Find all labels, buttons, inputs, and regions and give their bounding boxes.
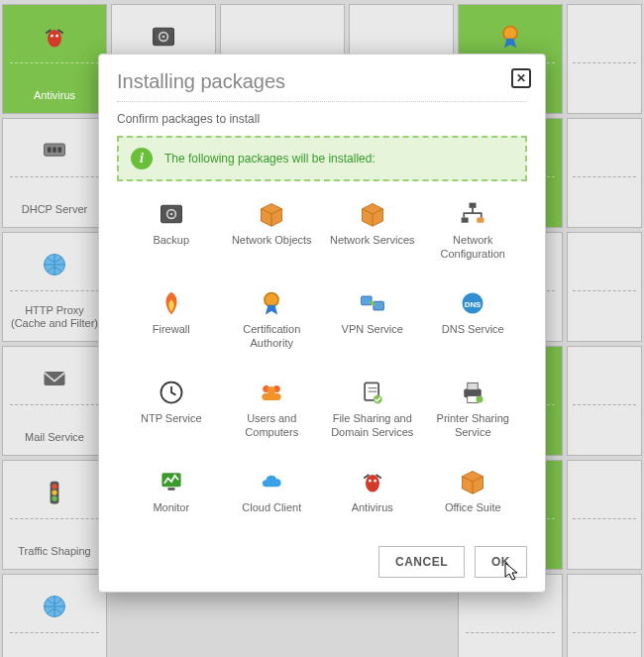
box-icon [358, 199, 387, 229]
dns-icon: DNS [458, 288, 487, 318]
package-label: Network Configuration [423, 234, 524, 262]
package-item[interactable]: Monitor [121, 467, 222, 530]
package-label: NTP Service [141, 412, 202, 426]
printer-icon [458, 378, 487, 407]
package-item[interactable]: VPN Service [322, 288, 423, 352]
info-message: The following packages will be installed… [164, 152, 376, 165]
svg-rect-29 [478, 218, 484, 223]
package-label: Monitor [153, 501, 189, 515]
box-icon [458, 467, 487, 496]
package-item[interactable]: NTP Service [121, 378, 222, 441]
monitor-icon [157, 467, 186, 496]
package-label: Backup [153, 234, 189, 248]
svg-rect-27 [470, 203, 477, 208]
package-label: Office Suite [445, 501, 501, 515]
svg-point-26 [169, 213, 172, 216]
package-label: Firewall [153, 323, 190, 337]
svg-point-45 [477, 396, 483, 403]
netconf-icon [458, 199, 487, 229]
svg-point-48 [366, 475, 379, 493]
package-label: Users and Computers [222, 412, 323, 440]
package-item[interactable]: Network Configuration [423, 199, 524, 263]
package-label: File Sharing and Domain Services [322, 412, 423, 440]
cloud-icon [257, 467, 286, 496]
vpn-icon [358, 288, 387, 318]
package-label: Certification Authority [222, 323, 323, 351]
package-item[interactable]: Users and Computers [222, 378, 323, 441]
svg-rect-43 [468, 383, 479, 389]
package-label: Cloud Client [242, 501, 301, 515]
package-item[interactable]: Network Services [322, 199, 423, 263]
svg-rect-47 [167, 488, 174, 491]
package-label: Antivirus [352, 501, 393, 515]
svg-text:DNS: DNS [465, 300, 482, 309]
packages-grid: BackupNetwork ObjectsNetwork ServicesNet… [117, 199, 527, 538]
install-packages-dialog: Installing packages Confirm packages to … [98, 54, 546, 593]
package-item[interactable]: Firewall [121, 288, 222, 352]
modal-overlay: Installing packages Confirm packages to … [0, 0, 644, 657]
safe-icon [157, 199, 186, 229]
ok-button[interactable]: OK [475, 546, 527, 578]
package-item[interactable]: Office Suite [423, 467, 524, 530]
svg-point-30 [265, 293, 278, 307]
package-item[interactable]: Certification Authority [222, 288, 323, 352]
svg-rect-31 [361, 296, 372, 305]
firewall-icon [157, 288, 186, 318]
package-label: DNS Service [442, 323, 504, 337]
package-label: Network Objects [232, 234, 312, 248]
svg-rect-32 [374, 301, 384, 310]
svg-point-50 [374, 480, 376, 483]
cancel-button[interactable]: CANCEL [378, 546, 465, 578]
package-item[interactable]: DNSDNS Service [423, 288, 524, 352]
box-icon [257, 199, 286, 229]
users-icon [257, 378, 286, 407]
close-button[interactable] [511, 68, 531, 88]
clock-icon [157, 378, 186, 407]
info-banner: i The following packages will be install… [117, 136, 527, 181]
package-item[interactable]: Antivirus [322, 467, 423, 530]
svg-rect-39 [263, 393, 281, 400]
package-label: VPN Service [342, 323, 403, 337]
badge-icon [257, 288, 286, 318]
dialog-footer: CANCEL OK [117, 538, 527, 578]
package-item[interactable]: Cloud Client [222, 467, 323, 530]
package-item[interactable]: Backup [121, 199, 222, 263]
svg-rect-28 [462, 218, 469, 223]
bug-icon [358, 467, 387, 496]
info-icon: i [131, 148, 153, 169]
dialog-subtitle: Confirm packages to install [117, 112, 527, 126]
package-item[interactable]: Network Objects [222, 199, 323, 263]
package-item[interactable]: File Sharing and Domain Services [322, 378, 423, 441]
dialog-title: Installing packages [117, 70, 527, 102]
svg-point-49 [369, 480, 372, 483]
package-item[interactable]: Printer Sharing Service [423, 378, 524, 441]
fileshare-icon [358, 378, 387, 407]
package-label: Printer Sharing Service [423, 412, 524, 440]
package-label: Network Services [330, 234, 415, 248]
